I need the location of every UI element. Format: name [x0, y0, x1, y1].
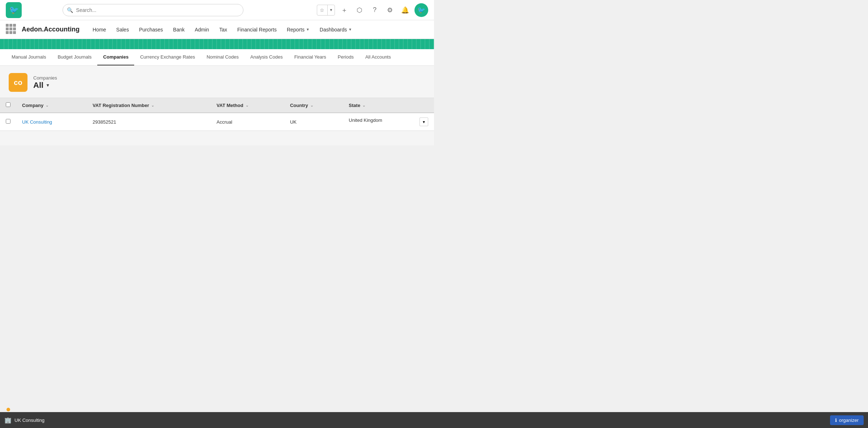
decorative-banner	[0, 39, 434, 49]
sort-country-icon: ⌄	[310, 103, 313, 107]
row-checkbox[interactable]	[6, 119, 10, 124]
notifications-button[interactable]: 🔔	[399, 4, 411, 16]
companies-filter-value: All	[33, 81, 43, 90]
nav-bar: Aedon.Accounting Home Sales Purchases Ba…	[0, 20, 434, 39]
nav-admin[interactable]: Admin	[190, 24, 213, 35]
row-company: UK Consulting	[16, 113, 87, 131]
companies-title-block: Companies All ▼	[33, 75, 57, 90]
companies-table: Company ⌄ VAT Registration Number ⌄ VAT …	[0, 98, 434, 131]
header-checkbox-cell	[0, 98, 16, 113]
row-checkbox-cell	[0, 113, 16, 131]
nav-dashboards-arrow-icon: ▼	[348, 27, 352, 31]
cloud-button[interactable]: ⬡	[354, 4, 365, 16]
page-header: co Companies All ▼	[0, 66, 434, 98]
logo-bird-icon: 🐦	[9, 5, 19, 15]
favorites-arrow-button[interactable]: ▼	[327, 5, 335, 15]
company-link[interactable]: UK Consulting	[22, 119, 52, 125]
table-row: UK Consulting 293852521 Accrual UK Unite…	[0, 113, 434, 131]
nav-tax[interactable]: Tax	[215, 24, 231, 35]
tab-financial-years[interactable]: Financial Years	[289, 49, 332, 66]
companies-section-label: Companies	[33, 75, 57, 81]
tab-budget-journals[interactable]: Budget Journals	[52, 49, 97, 66]
companies-filter-arrow-icon: ▼	[46, 83, 50, 88]
nav-purchases[interactable]: Purchases	[135, 24, 167, 35]
sort-vat-reg-icon: ⌄	[151, 103, 154, 107]
nav-reports[interactable]: Reports ▼	[282, 24, 314, 35]
row-vat: 293852521	[87, 113, 211, 131]
companies-filter-dropdown[interactable]: All ▼	[33, 81, 57, 90]
nav-reports-arrow-icon: ▼	[306, 27, 310, 31]
settings-button[interactable]: ⚙	[384, 4, 396, 16]
tab-companies[interactable]: Companies	[97, 49, 134, 66]
nav-financial-reports[interactable]: Financial Reports	[233, 24, 281, 35]
tab-manual-journals[interactable]: Manual Journals	[6, 49, 52, 66]
header-vat-method[interactable]: VAT Method ⌄	[211, 98, 284, 113]
search-container: 🔍	[63, 4, 243, 16]
add-button[interactable]: ＋	[339, 4, 350, 16]
row-country: UK	[284, 113, 343, 131]
tab-all-accounts[interactable]: All Accounts	[359, 49, 397, 66]
nav-bank[interactable]: Bank	[169, 24, 189, 35]
companies-icon-text: co	[14, 78, 22, 87]
table-area: Company ⌄ VAT Registration Number ⌄ VAT …	[0, 98, 434, 145]
table-header-row: Company ⌄ VAT Registration Number ⌄ VAT …	[0, 98, 434, 113]
app-name: Aedon.Accounting	[22, 26, 80, 33]
top-right-actions: ☆ ▼ ＋ ⬡ ? ⚙ 🔔 🐦	[317, 3, 428, 17]
tab-analysis-codes[interactable]: Analysis Codes	[244, 49, 289, 66]
nav-dashboards[interactable]: Dashboards ▼	[315, 24, 356, 35]
sub-tabs: Manual Journals Budget Journals Companie…	[0, 49, 434, 66]
nav-home[interactable]: Home	[88, 24, 110, 35]
decorative-pattern	[0, 39, 434, 49]
row-state: United Kingdom ▼	[343, 113, 434, 131]
row-vat-method: Accrual	[211, 113, 284, 131]
select-all-checkbox[interactable]	[6, 102, 10, 107]
companies-icon: co	[9, 73, 27, 92]
row-state-dropdown-button[interactable]: ▼	[420, 117, 428, 126]
avatar-icon: 🐦	[417, 6, 425, 14]
header-country[interactable]: Country ⌄	[284, 98, 343, 113]
search-icon: 🔍	[67, 7, 73, 13]
user-avatar[interactable]: 🐦	[414, 3, 428, 17]
header-vat-registration[interactable]: VAT Registration Number ⌄	[87, 98, 211, 113]
top-bar: 🐦 🔍 ☆ ▼ ＋ ⬡ ? ⚙ 🔔 🐦	[0, 0, 434, 20]
favorites-dropdown[interactable]: ☆ ▼	[317, 5, 335, 16]
header-state[interactable]: State ⌄	[343, 98, 434, 113]
nav-sales[interactable]: Sales	[112, 24, 133, 35]
table-wrapper: Company ⌄ VAT Registration Number ⌄ VAT …	[0, 98, 434, 131]
favorites-star-button[interactable]: ☆	[317, 5, 327, 15]
app-grid-icon[interactable]	[6, 24, 17, 35]
app-logo[interactable]: 🐦	[6, 2, 22, 18]
header-company[interactable]: Company ⌄	[16, 98, 87, 113]
tab-nominal-codes[interactable]: Nominal Codes	[201, 49, 244, 66]
search-input[interactable]	[63, 4, 243, 16]
sort-vat-method-icon: ⌄	[246, 103, 248, 107]
tab-periods[interactable]: Periods	[332, 49, 359, 66]
sort-state-icon: ⌄	[362, 103, 365, 107]
help-button[interactable]: ?	[369, 4, 380, 16]
tab-currency-exchange-rates[interactable]: Currency Exchange Rates	[134, 49, 201, 66]
sort-company-icon: ⌄	[46, 103, 48, 107]
